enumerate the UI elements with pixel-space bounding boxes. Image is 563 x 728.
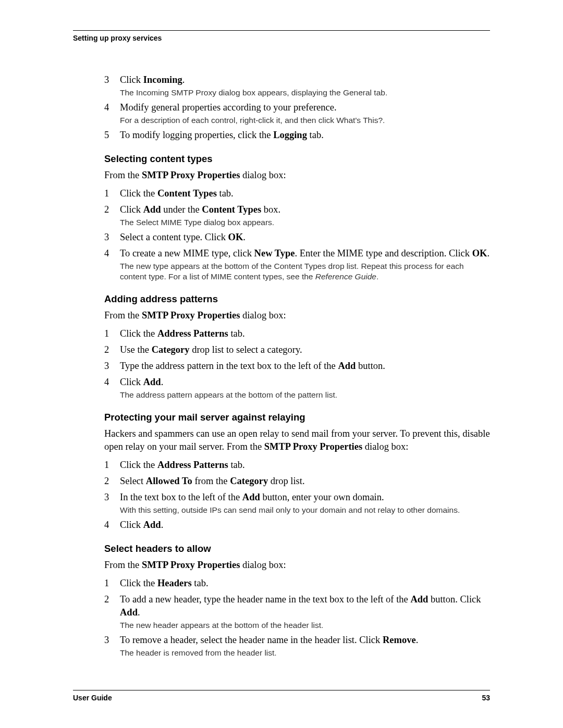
step-result: The header is removed from the header li… xyxy=(120,648,490,658)
step-body: Click Incoming.The Incoming SMTP Proxy d… xyxy=(120,73,490,98)
sections-container: Selecting content typesFrom the SMTP Pro… xyxy=(104,153,490,658)
step-item: 1Click the Content Types tab. xyxy=(104,187,490,200)
section-heading: Select headers to allow xyxy=(104,543,490,554)
section-steps: 1Click the Content Types tab.2Click Add … xyxy=(104,187,490,282)
section-heading: Selecting content types xyxy=(104,153,490,165)
step-item: 3Type the address pattern in the text bo… xyxy=(104,360,490,373)
step-number: 1 xyxy=(104,459,120,472)
step-result: The new type appears at the bottom of th… xyxy=(120,261,490,282)
step-number: 4 xyxy=(104,247,120,282)
step-result: The address pattern appears at the botto… xyxy=(120,390,490,400)
intro-steps: 3Click Incoming.The Incoming SMTP Proxy … xyxy=(104,73,490,142)
step-number: 4 xyxy=(104,519,120,532)
step-number: 5 xyxy=(104,129,120,142)
section-lead: From the SMTP Proxy Properties dialog bo… xyxy=(104,169,490,182)
step-item: 1Click the Address Patterns tab. xyxy=(104,327,490,340)
step-number: 1 xyxy=(104,577,120,590)
step-number: 1 xyxy=(104,327,120,340)
step-body: Type the address pattern in the text box… xyxy=(120,360,490,373)
step-number: 3 xyxy=(104,231,120,244)
page: Setting up proxy services 3Click Incomin… xyxy=(0,0,563,728)
step-item: 5To modify logging properties, click the… xyxy=(104,129,490,142)
step-number: 4 xyxy=(104,376,120,400)
step-result: The new header appears at the bottom of … xyxy=(120,620,490,631)
step-item: 2To add a new header, type the header na… xyxy=(104,593,490,631)
section-lead: Hackers and spammers can use an open rel… xyxy=(104,427,490,453)
section-steps: 1Click the Address Patterns tab.2Use the… xyxy=(104,327,490,400)
step-body: Click the Content Types tab. xyxy=(120,187,490,200)
step-item: 4Click Add.The address pattern appears a… xyxy=(104,376,490,400)
step-item: 1Click the Headers tab. xyxy=(104,577,490,590)
step-number: 4 xyxy=(104,101,120,126)
step-body: Click Add. xyxy=(120,519,490,532)
step-result: The Incoming SMTP Proxy dialog box appea… xyxy=(120,88,490,98)
step-item: 3To remove a header, select the header n… xyxy=(104,634,490,658)
step-number: 1 xyxy=(104,187,120,200)
step-body: Select a content type. Click OK. xyxy=(120,231,490,244)
step-number: 3 xyxy=(104,634,120,658)
step-body: Click Add under the Content Types box.Th… xyxy=(120,203,490,228)
step-body: Modify general properties according to y… xyxy=(120,101,490,126)
step-number: 3 xyxy=(104,73,120,98)
step-item: 3Click Incoming.The Incoming SMTP Proxy … xyxy=(104,73,490,98)
section-heading: Adding address patterns xyxy=(104,293,490,305)
step-body: Click the Address Patterns tab. xyxy=(120,459,490,472)
footer-left: User Guide xyxy=(73,694,112,702)
step-number: 2 xyxy=(104,593,120,631)
step-number: 3 xyxy=(104,491,120,515)
footer: User Guide 53 xyxy=(73,690,490,702)
section-lead: From the SMTP Proxy Properties dialog bo… xyxy=(104,559,490,572)
step-item: 4Click Add. xyxy=(104,519,490,532)
footer-row: User Guide 53 xyxy=(73,694,490,702)
step-body: Select Allowed To from the Category drop… xyxy=(120,475,490,488)
step-body: Use the Category drop list to select a c… xyxy=(120,343,490,356)
step-body: To add a new header, type the header nam… xyxy=(120,593,490,631)
section-lead: From the SMTP Proxy Properties dialog bo… xyxy=(104,309,490,322)
step-number: 3 xyxy=(104,360,120,373)
step-item: 4Modify general properties according to … xyxy=(104,101,490,126)
step-item: 1Click the Address Patterns tab. xyxy=(104,459,490,472)
step-body: Click the Address Patterns tab. xyxy=(120,327,490,340)
content-area: 3Click Incoming.The Incoming SMTP Proxy … xyxy=(104,73,490,659)
step-item: 2Click Add under the Content Types box.T… xyxy=(104,203,490,228)
step-result: The Select MIME Type dialog box appears. xyxy=(120,217,490,228)
step-result: With this setting, outside IPs can send … xyxy=(120,505,490,515)
step-item: 3In the text box to the left of the Add … xyxy=(104,491,490,515)
step-item: 3Select a content type. Click OK. xyxy=(104,231,490,244)
step-body: To create a new MIME type, click New Typ… xyxy=(120,247,490,282)
step-result: For a description of each control, right… xyxy=(120,115,490,126)
section-heading: Protecting your mail server against rela… xyxy=(104,412,490,423)
step-body: To remove a header, select the header na… xyxy=(120,634,490,658)
step-number: 2 xyxy=(104,475,120,488)
step-body: In the text box to the left of the Add b… xyxy=(120,491,490,515)
step-item: 2Select Allowed To from the Category dro… xyxy=(104,475,490,488)
top-rule xyxy=(73,30,490,31)
step-body: Click the Headers tab. xyxy=(120,577,490,590)
footer-page-number: 53 xyxy=(482,694,490,702)
step-item: 2Use the Category drop list to select a … xyxy=(104,343,490,356)
running-header: Setting up proxy services xyxy=(73,34,490,42)
step-number: 2 xyxy=(104,343,120,356)
step-item: 4To create a new MIME type, click New Ty… xyxy=(104,247,490,282)
step-number: 2 xyxy=(104,203,120,228)
step-body: To modify logging properties, click the … xyxy=(120,129,490,142)
step-body: Click Add.The address pattern appears at… xyxy=(120,376,490,400)
section-steps: 1Click the Headers tab.2To add a new hea… xyxy=(104,577,490,658)
footer-rule xyxy=(73,690,490,690)
section-steps: 1Click the Address Patterns tab.2Select … xyxy=(104,459,490,532)
